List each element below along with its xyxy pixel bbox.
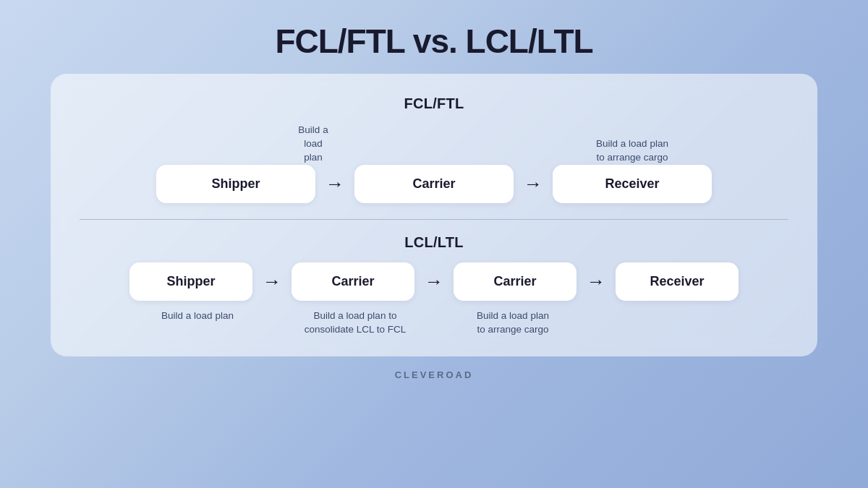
fcl-label-build-load: Build a load plan (294, 124, 333, 165)
fcl-arrow-1: → (326, 173, 344, 195)
fcl-section: FCL/FTL Build a load plan Build a load p… (80, 95, 788, 203)
fcl-arrow-2: → (524, 173, 542, 195)
fcl-carrier-node: Carrier (354, 165, 514, 203)
fcl-shipper-node: Shipper (156, 165, 315, 203)
lcl-arrow-3: → (587, 270, 605, 293)
main-card: FCL/FTL Build a load plan Build a load p… (51, 74, 817, 356)
lcl-section: LCL/LTL Shipper → Carrier → Carrier → Re… (80, 234, 788, 337)
fcl-label-arrange-cargo: Build a load plan to arrange cargo (596, 137, 668, 165)
brand-label: CLEVEROAD (395, 369, 474, 380)
lcl-arrow-2: → (425, 270, 443, 293)
fcl-title: FCL/FTL (80, 95, 788, 112)
lcl-carrier2-node: Carrier (454, 262, 576, 301)
lcl-label-carrier1: Build a load plan to consolidate LCL to … (305, 309, 407, 337)
lcl-carrier1-node: Carrier (292, 262, 414, 301)
lcl-shipper-node: Shipper (129, 262, 252, 301)
page-title: FCL/FTL vs. LCL/LTL (275, 22, 592, 61)
lcl-receiver-node: Receiver (616, 262, 739, 301)
lcl-arrow-1: → (263, 270, 281, 293)
lcl-title: LCL/LTL (80, 234, 788, 251)
lcl-flow-row: Shipper → Carrier → Carrier → Receiver (80, 262, 788, 301)
lcl-below-labels: Build a load plan Build a load plan to c… (80, 309, 788, 337)
section-divider (80, 219, 788, 220)
lcl-label-shipper: Build a load plan (161, 309, 234, 323)
fcl-above-labels: Build a load plan Build a load plan to a… (80, 124, 788, 165)
fcl-receiver-node: Receiver (553, 165, 712, 203)
fcl-flow-row: Shipper → Carrier → Receiver (80, 165, 788, 203)
lcl-label-carrier2: Build a load plan to arrange cargo (477, 309, 549, 337)
